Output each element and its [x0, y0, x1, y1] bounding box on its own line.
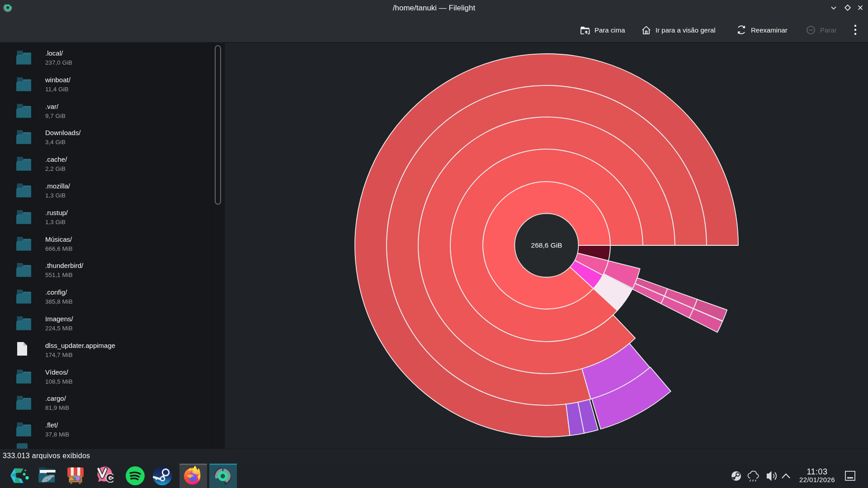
svg-text:268,6 GiB: 268,6 GiB	[531, 241, 562, 249]
